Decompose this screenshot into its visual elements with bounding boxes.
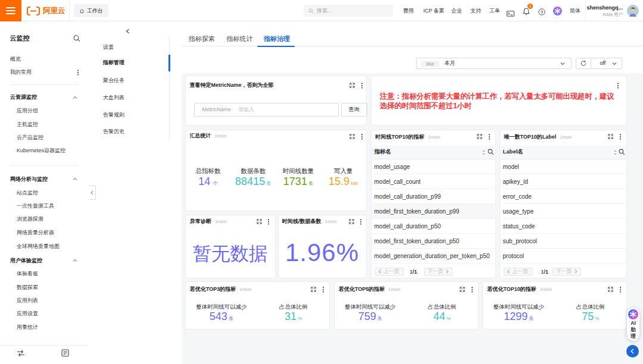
svg-text:?: ? [541,10,544,15]
